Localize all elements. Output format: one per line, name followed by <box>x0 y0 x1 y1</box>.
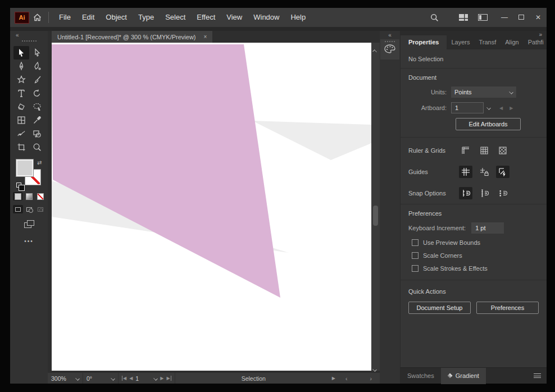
status-play-icon[interactable]: ▶ <box>332 376 335 381</box>
gray-star-shape-right[interactable] <box>252 121 371 160</box>
document-tab[interactable]: Untitled-1 [Recovered]* @ 300 % (CMYK/Pr… <box>52 31 212 43</box>
direct-selection-tool[interactable] <box>29 46 45 60</box>
color-panel-icon-button[interactable] <box>380 39 399 60</box>
scale-strokes-effects-checkbox[interactable] <box>412 265 418 272</box>
draw-normal-button[interactable] <box>13 205 23 213</box>
units-dropdown[interactable]: Points <box>451 86 516 98</box>
edit-toolbar-button[interactable]: ••• <box>24 238 34 244</box>
smart-guides-button[interactable] <box>496 166 509 178</box>
menu-effect[interactable]: Effect <box>191 8 221 27</box>
first-artboard-icon[interactable]: ◀ <box>122 376 126 381</box>
workspace-switcher-icon[interactable] <box>475 11 490 24</box>
show-guides-button[interactable] <box>459 166 472 178</box>
zoom-level-control[interactable]: 300% <box>48 373 83 384</box>
lasso-tool[interactable] <box>29 100 45 113</box>
menu-view[interactable]: View <box>221 8 248 27</box>
artboard-select[interactable]: 1 <box>451 102 484 113</box>
menu-file[interactable]: File <box>53 8 76 27</box>
rotation-control[interactable]: 0° <box>83 373 119 384</box>
collapse-tools-icon[interactable]: « <box>16 32 19 38</box>
show-transparency-grid-button[interactable] <box>496 144 509 157</box>
show-rulers-button[interactable] <box>459 144 472 157</box>
artboard-dropdown-icon[interactable] <box>153 376 158 381</box>
snap-to-grid-button[interactable] <box>477 187 491 199</box>
scroll-right-icon[interactable]: › <box>370 375 372 382</box>
collapse-panels-icon[interactable]: » <box>539 31 542 38</box>
rotate-tool[interactable] <box>29 86 45 100</box>
last-artboard-icon[interactable]: ▶ <box>166 376 171 381</box>
pink-polygon-shape[interactable] <box>52 44 280 298</box>
paintbrush-tool[interactable] <box>29 73 45 86</box>
lock-guides-button[interactable] <box>477 166 491 178</box>
menu-help[interactable]: Help <box>285 8 311 27</box>
document-tab-close-icon[interactable]: × <box>204 34 207 40</box>
none-button[interactable] <box>35 192 45 200</box>
next-artboard-icon[interactable]: ▶ <box>160 376 163 381</box>
screen-mode-button[interactable] <box>24 220 34 228</box>
artboard-canvas[interactable] <box>52 43 371 371</box>
artboard-select-chevron[interactable] <box>484 102 494 113</box>
eraser-tool[interactable] <box>13 100 29 113</box>
keyboard-increment-input[interactable]: 1 pt <box>471 222 504 234</box>
rotation-dropdown-icon[interactable] <box>111 376 115 381</box>
edit-artboards-button[interactable]: Edit Artboards <box>456 118 521 130</box>
previous-artboard-button[interactable]: ◀ <box>499 106 503 111</box>
preferences-button[interactable]: Preferences <box>476 302 539 314</box>
artboard-tool[interactable] <box>13 140 29 154</box>
vertical-scroll-thumb[interactable] <box>373 206 378 226</box>
panel-menu-icon[interactable] <box>534 372 541 380</box>
mesh-tool[interactable] <box>13 113 29 127</box>
home-icon[interactable] <box>29 11 45 24</box>
zoom-tool[interactable] <box>29 140 45 154</box>
close-button[interactable]: ✕ <box>530 13 547 21</box>
menu-select[interactable]: Select <box>160 8 191 27</box>
tab-gradient[interactable]: Gradient <box>441 368 486 384</box>
snap-to-pixel-button[interactable] <box>496 187 509 199</box>
minimize-button[interactable]: — <box>496 13 513 21</box>
zoom-dropdown-icon[interactable] <box>75 376 80 381</box>
pen-tool[interactable] <box>13 60 29 73</box>
use-preview-bounds-checkbox[interactable] <box>412 239 418 246</box>
tab-swatches[interactable]: Swatches <box>401 368 441 384</box>
selection-tool[interactable] <box>13 46 29 60</box>
next-artboard-button[interactable]: ▶ <box>509 106 513 111</box>
scale-strokes-effects-row[interactable]: Scale Strokes & Effects <box>412 265 539 272</box>
fill-color-swatch[interactable] <box>16 159 33 176</box>
show-grid-button[interactable] <box>477 144 491 157</box>
shape-builder-tool[interactable] <box>29 127 45 140</box>
expand-panels-icon[interactable]: « <box>388 32 392 38</box>
vertical-scrollbar[interactable] <box>371 43 380 371</box>
tools-grip[interactable] <box>22 40 37 42</box>
scroll-up-icon[interactable] <box>373 45 377 50</box>
gradient-button[interactable] <box>24 192 34 200</box>
swap-fill-stroke-icon[interactable]: ⇄ <box>37 159 42 166</box>
tab-properties[interactable]: Properties <box>401 35 447 49</box>
draw-inside-button[interactable] <box>35 205 46 213</box>
draw-behind-button[interactable] <box>24 205 34 213</box>
snap-to-point-button[interactable] <box>459 187 472 199</box>
search-icon[interactable] <box>426 11 442 24</box>
menu-type[interactable]: Type <box>133 8 160 27</box>
arrange-documents-icon[interactable] <box>456 11 471 24</box>
puppet-warp-tool[interactable] <box>13 127 29 140</box>
color-button[interactable] <box>13 192 22 200</box>
menu-edit[interactable]: Edit <box>76 8 100 27</box>
tab-transform[interactable]: Transf <box>474 35 501 49</box>
artboard-number-value[interactable]: 1 <box>135 375 151 382</box>
document-setup-button[interactable]: Document Setup <box>408 302 471 314</box>
maximize-button[interactable] <box>513 13 530 21</box>
scale-corners-row[interactable]: Scale Corners <box>412 252 539 259</box>
tab-pathfinder[interactable]: Pathfi <box>524 35 547 49</box>
tab-align[interactable]: Align <box>501 35 523 49</box>
scale-corners-checkbox[interactable] <box>412 252 418 259</box>
default-fill-stroke-icon[interactable] <box>16 183 21 188</box>
shaper-tool[interactable] <box>13 73 29 86</box>
tab-layers[interactable]: Layers <box>447 35 474 49</box>
type-tool[interactable] <box>13 86 29 100</box>
scroll-down-icon[interactable] <box>373 363 377 368</box>
use-preview-bounds-row[interactable]: Use Preview Bounds <box>412 239 539 246</box>
previous-artboard-icon[interactable]: ◀ <box>129 376 133 381</box>
curvature-tool[interactable] <box>29 60 45 73</box>
menu-object[interactable]: Object <box>100 8 133 27</box>
eyedropper-tool[interactable] <box>29 113 45 127</box>
